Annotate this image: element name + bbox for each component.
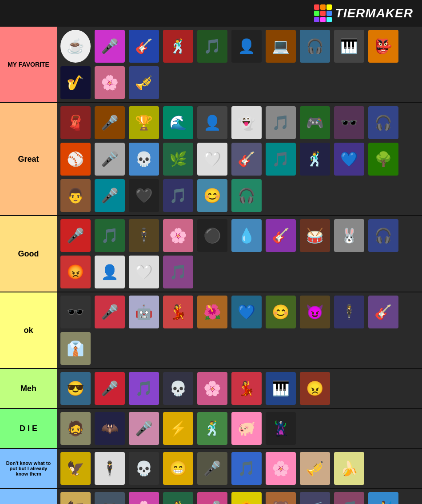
list-item: 💃 (161, 491, 195, 504)
list-item: 🕴️ (93, 451, 126, 486)
list-item: ⚡ (161, 411, 195, 446)
list-item: 🌊 (161, 105, 195, 140)
list-item: ⚫ (195, 218, 229, 253)
list-item: 🎵 (264, 105, 297, 140)
list-item: 🎺 (127, 65, 160, 100)
list-item: 👺 (366, 28, 400, 64)
list-item: 🎵 (195, 28, 229, 64)
list-item: 👤 (230, 28, 263, 64)
tier-row-dontknow: Don't know what to put but I already kno… (0, 449, 422, 489)
list-item: 🦅 (59, 451, 92, 486)
list-item: 🌻 (230, 491, 263, 504)
tier-label-good: Good (0, 216, 57, 292)
list-item: 😠 (298, 371, 331, 406)
list-item: 💙 (332, 141, 366, 177)
tier-row-literally: I literally don't know 🦅 🎮 🌸 💃 🎤 🌻 🐻 📻 🎵… (0, 489, 422, 504)
list-item: 🎤 (195, 491, 229, 504)
tier-label-literally: I literally don't know (0, 489, 57, 504)
list-item: 📻 (298, 491, 331, 504)
list-item: 🦇 (93, 411, 126, 446)
list-item: 🎵 (93, 218, 126, 253)
logo-cell (314, 11, 319, 16)
list-item: 💀 (127, 141, 160, 177)
list-item: 💀 (127, 451, 160, 486)
list-item: 🕴️ (332, 294, 366, 330)
list-item: 💀 (161, 371, 195, 406)
tier-content-die: 🧔 🦇 🎤 ⚡ 🕺 🐖 🦹 (57, 409, 422, 448)
tier-content-meh: 😎 🎤 🎵 💀 🌸 💃 🎹 😠 (57, 369, 422, 408)
list-item: 🕶️ (332, 105, 366, 140)
list-item: ⚾ (59, 141, 92, 177)
list-item: ☕ (59, 28, 92, 64)
logo-cell (326, 17, 332, 22)
list-item: 🐰 (332, 218, 366, 253)
list-item: 🎤 (93, 294, 126, 330)
tier-content-my-favorite: ☕ 🎤 🎸 🕺 🎵 👤 💻 🎧 🎹 👺 🎷 🌸 🎺 (57, 27, 422, 102)
list-item: 🤍 (195, 141, 229, 177)
list-item: 💃 (230, 371, 263, 406)
list-item: 🎸 (230, 141, 263, 177)
list-item: 🌸 (93, 65, 126, 100)
logo-cell (320, 17, 326, 22)
list-item: 🎵 (161, 178, 195, 213)
list-item: 👔 (59, 331, 92, 366)
list-item: 🎵 (127, 371, 160, 406)
tier-content-great: 🧣 🎤 🏆 🌊 👤 👻 🎵 🎮 🕶️ 🎧 ⚾ 🎤 💀 🌿 🤍 🎸 🎵 🕺 💙 🌳… (57, 103, 422, 215)
tier-label-meh: Meh (0, 369, 57, 408)
list-item: 🎸 (127, 28, 160, 64)
list-item: 🎵 (161, 254, 195, 290)
list-item: 🎤 (127, 411, 160, 446)
list-item: 🎧 (298, 28, 331, 64)
list-item: 😈 (298, 294, 331, 330)
list-item: 🎵 (332, 491, 366, 504)
list-item: 😊 (195, 178, 229, 213)
list-item: 🎧 (230, 178, 263, 213)
list-item: 🎤 (93, 141, 126, 177)
tier-row-ok: ok 🕶️ 🎤 🤖 💃 🌺 💙 😊 😈 🕴️ 🎸 👔 (0, 292, 422, 369)
list-item: 🎤 (93, 178, 126, 213)
list-item: 🐖 (230, 411, 263, 446)
tier-content-ok: 🕶️ 🎤 🤖 💃 🌺 💙 😊 😈 🕴️ 🎸 👔 (57, 292, 422, 368)
list-item: 🎧 (366, 105, 400, 140)
list-item: 🎤 (59, 218, 92, 253)
list-item: 🖤 (127, 178, 160, 213)
list-item: 🐻 (264, 491, 297, 504)
list-item: 🌸 (195, 371, 229, 406)
tiermaker-logo: TiERMAKER (314, 4, 413, 22)
list-item: 🎧 (366, 218, 400, 253)
list-item: 🌺 (195, 294, 229, 330)
list-item: 🍌 (332, 451, 366, 486)
list-item: 🎵 (230, 451, 263, 486)
list-item: 🌸 (127, 491, 160, 504)
logo-cell (320, 11, 326, 16)
logo-cell (320, 4, 326, 10)
list-item: 🏆 (127, 105, 160, 140)
logo-cell (314, 17, 319, 22)
list-item: 🕺 (298, 141, 331, 177)
logo-cell (326, 11, 332, 16)
list-item: 🎮 (298, 105, 331, 140)
list-item: 🕶️ (59, 294, 92, 330)
list-item: 😊 (264, 294, 297, 330)
list-item: 😁 (161, 451, 195, 486)
tier-content-literally: 🦅 🎮 🌸 💃 🎤 🌻 🐻 📻 🎵 🏄 🧔 💙 🎩 🦸 (57, 489, 422, 504)
list-item: 🌸 (264, 451, 297, 486)
tier-label-great: Great (0, 103, 57, 215)
logo-cell (314, 4, 319, 10)
tier-content-dontknow: 🦅 🕴️ 💀 😁 🎤 🎵 🌸 🎺 🍌 (57, 449, 422, 488)
list-item: 🧔 (59, 411, 92, 446)
list-item: 🥁 (298, 218, 331, 253)
list-item: 🌸 (161, 218, 195, 253)
list-item: 💃 (161, 294, 195, 330)
list-item: 🎺 (298, 451, 331, 486)
list-item: 🎤 (93, 28, 126, 64)
list-item: 🎤 (93, 371, 126, 406)
logo-grid-icon (314, 4, 332, 22)
list-item: 🧣 (59, 105, 92, 140)
list-item: 🏄 (366, 491, 400, 504)
tier-row-my-favorite: MY FAVORITE ☕ 🎤 🎸 🕺 🎵 👤 💻 🎧 🎹 👺 🎷 🌸 🎺 (0, 27, 422, 103)
list-item: 🌳 (366, 141, 400, 177)
list-item: 🕺 (161, 28, 195, 64)
list-item: 🕴️ (127, 218, 160, 253)
list-item: 🌿 (161, 141, 195, 177)
